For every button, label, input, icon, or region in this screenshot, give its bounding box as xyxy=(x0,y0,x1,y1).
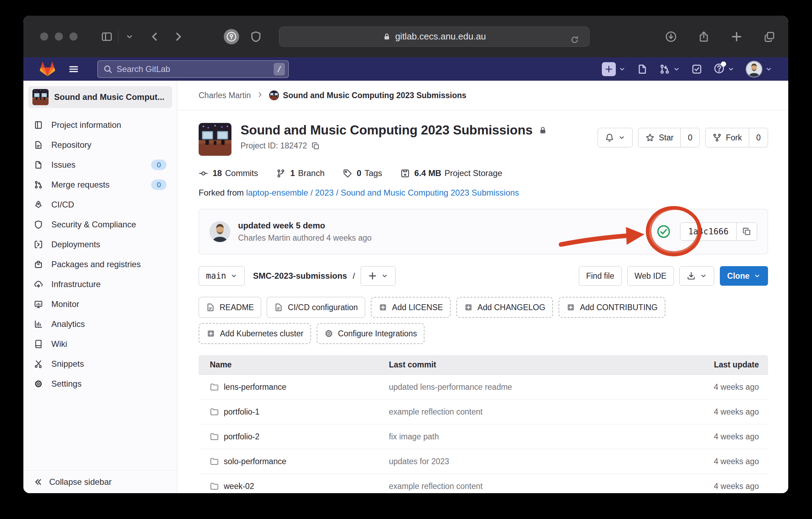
download-source-dropdown[interactable] xyxy=(679,266,714,286)
sidebar-item-security-compliance[interactable]: Security & Compliance xyxy=(23,214,177,234)
storage-stat[interactable]: 6.4 MBProject Storage xyxy=(400,168,502,178)
sidebar-item-snippets[interactable]: Snippets xyxy=(23,354,177,374)
sidebar-item-packages-registries[interactable]: Packages and registries xyxy=(23,254,177,274)
add-contributing-button[interactable]: Add CONTRIBUTING xyxy=(559,297,665,318)
add-license-button[interactable]: Add LICENSE xyxy=(371,297,451,318)
cloud-icon xyxy=(34,280,43,289)
merge-requests-dropdown[interactable] xyxy=(659,64,680,75)
help-dropdown[interactable] xyxy=(714,63,735,75)
commit-message-link[interactable]: fix image path xyxy=(389,432,677,441)
file-link[interactable]: week-02 xyxy=(199,482,389,491)
clone-dropdown[interactable]: Clone xyxy=(720,266,768,286)
tab-group-dropdown[interactable] xyxy=(120,28,139,46)
star-button[interactable]: Star xyxy=(638,128,680,147)
sidebar-item-issues[interactable]: Issues0 xyxy=(23,155,177,175)
sidebar-item-label: Monitor xyxy=(51,299,79,309)
commit-message-link[interactable]: example reflection content xyxy=(389,482,677,491)
copy-icon[interactable] xyxy=(311,142,320,150)
cicd-configuration-button[interactable]: CI/CD configuration xyxy=(267,297,365,318)
sidebar-item-settings[interactable]: Settings xyxy=(23,374,177,394)
commit-title-link[interactable]: updated week 5 demo xyxy=(238,221,371,231)
sidebar-project-header[interactable]: Sound and Music Comput... xyxy=(28,86,172,108)
commit-right-group: 1a4c1666 xyxy=(656,222,757,241)
add-kubernetes-cluster-button[interactable]: Add Kubernetes cluster xyxy=(199,323,311,344)
configure-integrations-button[interactable]: Configure Integrations xyxy=(317,323,425,344)
commits-stat[interactable]: 18Commits xyxy=(199,168,258,178)
forked-from-link[interactable]: laptop-ensemble / 2023 / Sound and Music… xyxy=(246,188,519,197)
sidebar-item-repository[interactable]: Repository xyxy=(23,135,177,155)
downloads-button[interactable] xyxy=(662,28,680,46)
forward-button[interactable] xyxy=(169,28,187,46)
minimize-window-button[interactable] xyxy=(55,32,63,41)
notification-dot xyxy=(721,61,726,67)
chart-icon xyxy=(34,320,43,329)
file-link[interactable]: lens-performance xyxy=(199,382,389,392)
fork-count[interactable]: 0 xyxy=(749,128,768,147)
new-item-dropdown[interactable] xyxy=(602,62,626,76)
gitlab-logo[interactable] xyxy=(39,61,56,77)
pipeline-status-icon[interactable] xyxy=(656,224,671,239)
sidebar-item-label: Security & Compliance xyxy=(51,220,136,229)
sidebar-item-deployments[interactable]: Deployments xyxy=(23,234,177,254)
sidebar-toggle-button[interactable] xyxy=(98,28,116,46)
add-file-dropdown[interactable] xyxy=(361,266,396,286)
copy-icon xyxy=(742,227,751,236)
new-tab-button[interactable] xyxy=(728,28,746,46)
web-ide-button[interactable]: Web IDE xyxy=(627,266,674,286)
zoom-window-button[interactable] xyxy=(69,32,77,41)
branch-selector[interactable]: main xyxy=(199,266,245,286)
sidebar-item-monitor[interactable]: Monitor xyxy=(23,294,177,314)
menu-button[interactable] xyxy=(66,61,81,77)
commit-author-avatar[interactable] xyxy=(209,221,230,242)
breadcrumb-parent-link[interactable]: Charles Martin xyxy=(199,91,251,100)
reload-button[interactable] xyxy=(566,31,584,49)
document-icon xyxy=(34,140,43,149)
issues-nav-button[interactable] xyxy=(637,64,648,75)
share-button[interactable] xyxy=(695,28,713,46)
add-changelog-button[interactable]: Add CHANGELOG xyxy=(456,297,553,318)
chevron-down-icon xyxy=(765,66,772,73)
document-icon xyxy=(274,303,283,312)
table-row: week-02 example reflection content 4 wee… xyxy=(199,474,768,493)
back-button[interactable] xyxy=(146,28,164,46)
address-bar[interactable]: gitlab.cecs.anu.edu.au xyxy=(279,27,590,47)
sidebar-item-wiki[interactable]: Wiki xyxy=(23,334,177,354)
commit-message-link[interactable]: example reflection content xyxy=(389,407,677,417)
sidebar-item-infrastructure[interactable]: Infrastructure xyxy=(23,274,177,294)
fork-icon xyxy=(713,133,722,142)
commit-sha-group: 1a4c1666 xyxy=(680,222,757,241)
project-id: Project ID: 182472 xyxy=(241,141,307,151)
password-manager-button[interactable] xyxy=(224,29,239,44)
file-link[interactable]: portfolio-2 xyxy=(199,432,389,441)
sidebar-item-analytics[interactable]: Analytics xyxy=(23,314,177,334)
file-link[interactable]: portfolio-1 xyxy=(199,407,389,417)
main-content: Charles Martin Sound and Music Computing… xyxy=(177,81,788,493)
find-file-button[interactable]: Find file xyxy=(579,266,622,286)
copy-sha-button[interactable] xyxy=(736,223,757,240)
privacy-shield-button[interactable] xyxy=(247,28,265,46)
file-link[interactable]: solo-performance xyxy=(199,457,389,466)
user-menu-dropdown[interactable] xyxy=(746,61,772,78)
file-name: solo-performance xyxy=(224,457,286,466)
commit-message-link[interactable]: updates for 2023 xyxy=(389,457,677,466)
collapse-sidebar-button[interactable]: Collapse sidebar xyxy=(23,470,177,493)
repo-path-link[interactable]: SMC-2023-submissions xyxy=(253,271,347,281)
search-input[interactable]: Search GitLab / xyxy=(97,60,289,78)
sidebar-item-project-information[interactable]: Project information xyxy=(23,115,177,135)
branch-name: main xyxy=(206,271,226,281)
tags-stat[interactable]: 0Tags xyxy=(343,168,382,178)
todos-button[interactable] xyxy=(691,64,702,75)
readme-button[interactable]: README xyxy=(199,297,261,318)
sidebar-item-merge-requests[interactable]: Merge requests0 xyxy=(23,175,177,195)
breadcrumb-current[interactable]: Sound and Music Computing 2023 Submissio… xyxy=(269,90,466,100)
star-count[interactable]: 0 xyxy=(680,128,699,147)
fork-button[interactable]: Fork xyxy=(706,128,749,147)
branches-stat[interactable]: 1Branch xyxy=(276,168,324,178)
fork-label: Fork xyxy=(726,133,742,142)
notifications-dropdown[interactable] xyxy=(598,128,633,147)
commit-message-link[interactable]: updated lens-performance readme xyxy=(389,382,677,392)
tab-overview-button[interactable] xyxy=(760,28,778,46)
sidebar-item-cicd[interactable]: CI/CD xyxy=(23,195,177,214)
last-commit-box: updated week 5 demo Charles Martin autho… xyxy=(199,209,768,254)
close-window-button[interactable] xyxy=(40,32,48,41)
